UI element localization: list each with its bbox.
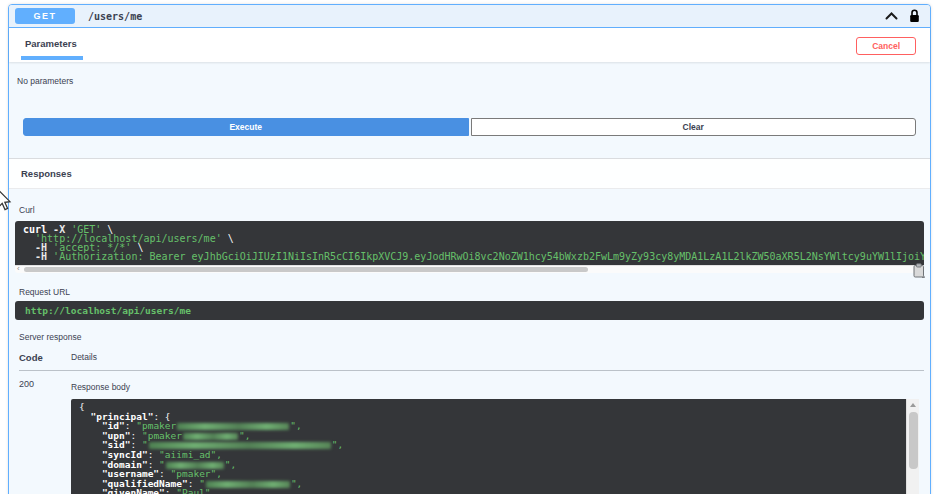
request-url-value: http://localhost/api/users/me — [15, 301, 924, 320]
server-response-table: Code Details 200 Response body { "princi… — [15, 352, 924, 494]
code-line: "sid": "", — [79, 440, 898, 450]
curl-horizontal-scrollbar[interactable]: ‹ › — [15, 265, 924, 273]
response-body-label: Response body — [71, 382, 924, 392]
code-column-header: Code — [19, 352, 71, 363]
response-table-header: Code Details — [19, 352, 924, 371]
execute-button-row: Execute Clear — [23, 118, 916, 136]
redacted-text — [149, 442, 331, 449]
horizontal-scrollbar-thumb[interactable] — [24, 267, 588, 272]
cancel-button[interactable]: Cancel — [856, 37, 916, 55]
code-line: { — [79, 402, 898, 412]
details-column-header: Details — [71, 352, 97, 363]
vertical-scrollbar-thumb[interactable] — [909, 412, 918, 469]
chevron-up-icon[interactable] — [885, 12, 898, 20]
curl-label: Curl — [19, 205, 924, 215]
server-response-label: Server response — [19, 332, 924, 342]
no-parameters-text: No parameters — [9, 62, 930, 110]
execute-button[interactable]: Execute — [23, 118, 469, 136]
curl-command-textarea[interactable]: curl -X 'GET' \ 'http://localhost/api/us… — [15, 221, 924, 265]
code-line: "upn": "pmaker", — [79, 431, 898, 441]
redacted-text — [206, 481, 290, 488]
status-code: 200 — [19, 379, 71, 494]
code-line: 'http://localhost/api/users/me' \ — [23, 234, 916, 243]
scroll-up-arrow-icon[interactable] — [910, 403, 916, 407]
clear-button[interactable]: Clear — [471, 118, 917, 136]
operation-summary-bar[interactable]: GET /users/me — [9, 5, 930, 28]
curl-command-wrap: curl -X 'GET' \ 'http://localhost/api/us… — [15, 221, 924, 273]
responses-section-title: Responses — [9, 158, 930, 189]
response-details-cell: Response body { "principal": { "id": "pm… — [71, 379, 924, 494]
lock-icon[interactable] — [909, 9, 920, 23]
redacted-text — [177, 423, 289, 430]
http-method-badge: GET — [15, 8, 75, 24]
code-line: "principal": { — [79, 412, 898, 422]
code-line: -H 'Authorization: Bearer eyJhbGciOiJIUz… — [23, 252, 916, 261]
parameters-section-header: Parameters Cancel — [9, 28, 930, 62]
response-body-code[interactable]: { "principal": { "id": "pmaker", "upn": … — [71, 399, 906, 494]
code-line: "domain": "", — [79, 460, 898, 470]
request-url-label: Request URL — [19, 287, 924, 297]
code-line: "id": "pmaker", — [79, 421, 898, 431]
code-line: "syncId": "aiimi_ad", — [79, 450, 898, 460]
redacted-text — [183, 433, 238, 440]
responses-content: Curl curl -X 'GET' \ 'http://localhost/a… — [9, 189, 930, 494]
response-body-wrap: { "principal": { "id": "pmaker", "upn": … — [71, 399, 919, 494]
tab-parameters: Parameters — [21, 36, 83, 60]
redacted-text — [166, 462, 224, 469]
response-row-200: 200 Response body { "principal": { "id":… — [19, 379, 924, 494]
operation-block-get-users-me: GET /users/me Parameters Cancel No param… — [8, 4, 931, 494]
endpoint-path: /users/me — [88, 11, 142, 22]
response-vertical-scrollbar[interactable] — [906, 399, 919, 494]
clipboard-icon[interactable] — [911, 262, 926, 282]
swagger-page: { "endpoint": { "method": "GET", "path":… — [0, 0, 940, 494]
scroll-left-arrow-icon[interactable]: ‹ — [17, 265, 20, 273]
code-line: "givenName": "Paul", — [79, 488, 898, 494]
